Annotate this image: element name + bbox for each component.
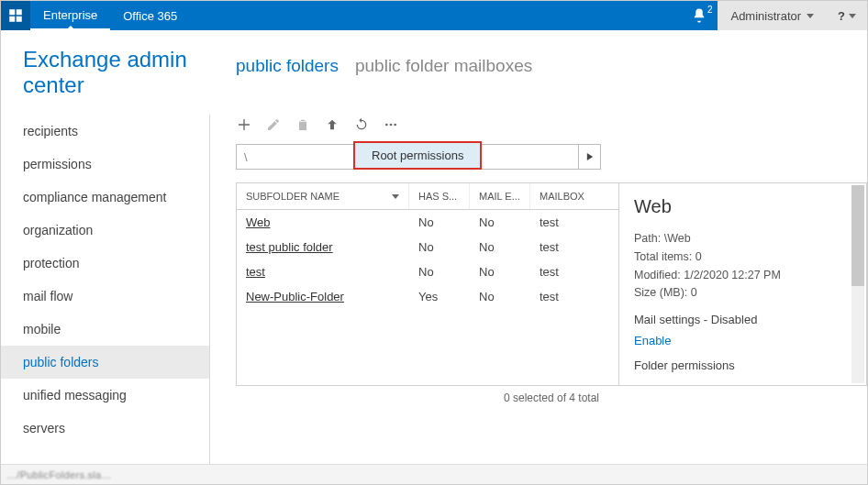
sidebar: recipients permissions compliance manage… (1, 115, 210, 464)
table-row[interactable]: test public folder No No test (237, 235, 618, 259)
topbar-left: Enterprise Office 365 (1, 1, 190, 30)
folder-link[interactable]: test (246, 265, 265, 279)
chevron-down-icon (849, 14, 856, 18)
up-button[interactable] (324, 116, 340, 133)
ellipsis-icon (384, 117, 398, 132)
play-icon (586, 152, 594, 161)
table-row[interactable]: New-Public-Folder Yes No test (237, 284, 618, 309)
help-menu[interactable]: ? (827, 1, 867, 30)
chevron-down-icon (807, 14, 814, 18)
root-permissions-tooltip[interactable]: Root permissions (353, 141, 482, 170)
plus-icon (237, 117, 251, 132)
refresh-icon (354, 117, 369, 132)
top-bar: Enterprise Office 365 2 Administrator ? (1, 1, 867, 30)
user-label: Administrator (730, 9, 801, 23)
svg-point-5 (390, 124, 393, 127)
mail-settings: Mail settings - Disabled (634, 313, 851, 326)
sidebar-item-permissions[interactable]: permissions (1, 148, 209, 181)
add-button[interactable] (236, 116, 252, 133)
details-pane: Web Path: \Web Total items: 0 Modified: … (618, 183, 866, 385)
sidebar-item-organization[interactable]: organization (1, 214, 209, 247)
enable-link[interactable]: Enable (634, 334, 851, 347)
more-button[interactable] (383, 116, 399, 133)
sidebar-item-protection[interactable]: protection (1, 247, 209, 280)
details-meta: Path: \Web Total items: 0 Modified: 1/2/… (634, 230, 851, 302)
table-row[interactable]: test No No test (237, 259, 618, 284)
sidebar-item-recipients[interactable]: recipients (1, 115, 209, 148)
content: Exchange admin center recipients permiss… (1, 30, 867, 464)
main: public folders public folder mailboxes \… (210, 30, 867, 464)
svg-rect-3 (17, 17, 22, 22)
details-title: Web (634, 196, 851, 217)
status-bar: …/PublicFolders.sla… (1, 464, 867, 484)
folder-link[interactable]: test public folder (246, 240, 333, 254)
svg-rect-2 (9, 17, 15, 22)
sidebar-item-mailflow[interactable]: mail flow (1, 280, 209, 313)
left-column: Exchange admin center recipients permiss… (1, 30, 210, 464)
folder-permissions-label: Folder permissions (634, 358, 851, 372)
folder-link[interactable]: New-Public-Folder (246, 290, 344, 303)
pencil-icon (266, 117, 281, 132)
folder-link[interactable]: Web (246, 215, 271, 229)
tab-publicfolders[interactable]: public folders (236, 56, 339, 76)
path-next-button[interactable] (578, 145, 600, 169)
office-logo-icon[interactable] (1, 1, 30, 30)
notification-count: 2 (707, 5, 713, 15)
col-mail[interactable]: MAIL E... (470, 183, 530, 209)
svg-point-6 (394, 124, 396, 127)
grid-wrap: SUBFOLDER NAME HAS S... MAIL E... MAILBO… (236, 182, 867, 386)
edit-button[interactable] (265, 116, 282, 133)
topbar-right: 2 Administrator ? (681, 1, 867, 30)
selection-count: 0 selected of 4 total (236, 386, 867, 410)
grid-body: Web No No test test public folder No No … (237, 210, 618, 309)
table-row[interactable]: Web No No test (237, 210, 618, 235)
arrow-up-icon (325, 117, 339, 132)
sidebar-item-publicfolders[interactable]: public folders (1, 346, 209, 379)
topnav-enterprise[interactable]: Enterprise (30, 1, 110, 30)
svg-point-4 (385, 124, 388, 127)
tab-mailboxes[interactable]: public folder mailboxes (355, 56, 532, 76)
svg-rect-0 (9, 9, 15, 15)
sort-caret-icon (392, 194, 399, 199)
col-mailbox[interactable]: MAILBOX (530, 183, 613, 209)
sidebar-item-mobile[interactable]: mobile (1, 313, 209, 346)
grid-header: SUBFOLDER NAME HAS S... MAIL E... MAILBO… (237, 183, 618, 210)
grid: SUBFOLDER NAME HAS S... MAIL E... MAILBO… (237, 183, 618, 385)
page-title: Exchange admin center (1, 30, 210, 115)
topnav-office365[interactable]: Office 365 (110, 1, 190, 30)
status-url: …/PublicFolders.sla… (6, 469, 112, 480)
sidebar-item-servers[interactable]: servers (1, 412, 209, 445)
col-has[interactable]: HAS S... (409, 183, 470, 209)
col-subfolder[interactable]: SUBFOLDER NAME (237, 183, 409, 209)
tabs: public folders public folder mailboxes (236, 30, 867, 76)
scrollbar-thumb[interactable] (851, 185, 864, 286)
refresh-button[interactable] (353, 116, 370, 133)
trash-icon (295, 117, 310, 132)
bell-icon (691, 7, 707, 24)
path-bar-wrap: \ Root permissions (236, 144, 867, 170)
delete-button[interactable] (295, 116, 311, 133)
help-label: ? (838, 9, 845, 23)
notifications-button[interactable]: 2 (681, 1, 718, 30)
svg-rect-1 (17, 9, 22, 15)
toolbar (236, 116, 867, 133)
sidebar-item-unifiedmessaging[interactable]: unified messaging (1, 379, 209, 412)
user-menu[interactable]: Administrator (718, 1, 827, 30)
sidebar-item-compliance[interactable]: compliance management (1, 181, 209, 214)
